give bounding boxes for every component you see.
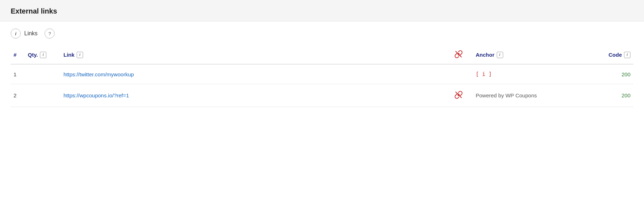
row2-anchor-cell: Powered by WP Coupons [473,84,580,107]
broken-link-header-icon [454,50,463,58]
row1-qty [25,64,61,84]
col-header-anchor-icon [451,46,473,64]
row1-code: 200 [580,64,633,84]
row1-number: 1 [11,64,25,84]
page-header: External links [0,0,644,21]
table-row: 1 https://twitter.com/mywoorkup [ i ] 20… [11,64,633,84]
col-header-link: Link i [61,46,451,64]
qty-info-icon[interactable]: i [40,52,46,58]
anchor-info-icon[interactable]: i [497,52,503,58]
row1-link[interactable]: https://twitter.com/mywoorkup [63,71,134,77]
row1-anchor-cell: [ i ] [473,64,580,84]
row2-code: 200 [580,84,633,107]
info-icon-label: i [15,31,16,36]
row2-anchor-icon-cell [451,84,473,107]
col-header-hash: # [11,46,25,64]
row1-link-cell: https://twitter.com/mywoorkup [61,64,451,84]
toolbar: i Links ? [0,21,644,42]
question-icon-button[interactable]: ? [45,29,55,39]
external-links-table: # Qty. i Link i [11,46,633,107]
links-label: Links [24,30,37,37]
table-body: 1 https://twitter.com/mywoorkup [ i ] 20… [11,64,633,107]
row2-qty [25,84,61,107]
col-header-anchor: Anchor i [473,46,580,64]
page-title: External links [11,7,633,15]
row1-anchor-icon-cell [451,64,473,84]
row2-anchor-text: Powered by WP Coupons [476,92,537,98]
table-container: # Qty. i Link i [0,42,644,118]
code-info-icon[interactable]: i [624,52,630,58]
col-header-code: Code i [580,46,633,64]
table-row: 2 https://wpcoupons.io/?ref=1 Powered b [11,84,633,107]
row2-broken-link-icon [454,91,463,99]
link-info-icon[interactable]: i [77,52,83,58]
row1-anchor-bracket: [ i ] [476,71,492,77]
row2-link[interactable]: https://wpcoupons.io/?ref=1 [63,92,129,98]
svg-line-0 [456,51,461,57]
page-container: External links i Links ? # Qty. i [0,0,644,204]
info-icon-button[interactable]: i [11,29,21,39]
table-header: # Qty. i Link i [11,46,633,64]
question-icon-label: ? [48,31,51,36]
svg-line-1 [456,92,461,98]
row2-link-cell: https://wpcoupons.io/?ref=1 [61,84,451,107]
col-header-qty: Qty. i [25,46,61,64]
row2-number: 2 [11,84,25,107]
